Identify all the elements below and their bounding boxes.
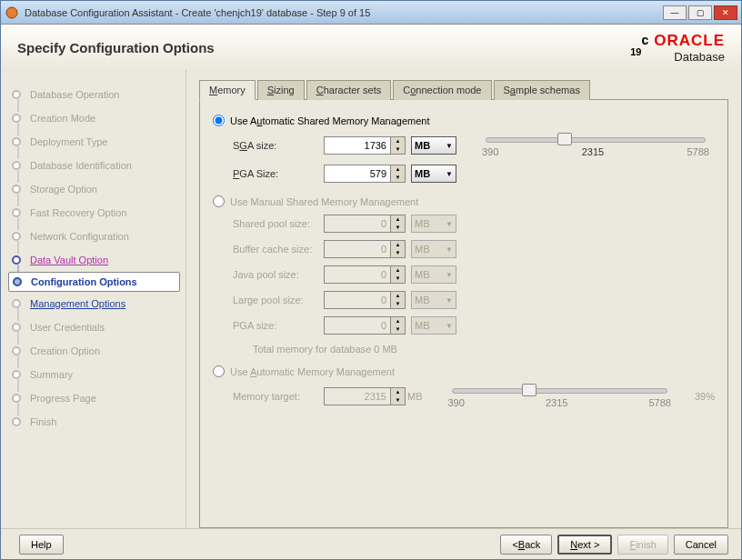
memory-slider[interactable]: [486, 137, 706, 143]
panel-memory: Use Automatic Shared Memory Management S…: [199, 99, 728, 528]
radio-auto-shared-label: Use Automatic Shared Memory Management: [230, 115, 430, 126]
step-database-operation[interactable]: Database Operation: [30, 89, 119, 100]
step-data-vault[interactable]: Data Vault Option: [30, 255, 108, 265]
step-deployment-type[interactable]: Deployment Type: [30, 136, 107, 147]
header: Specify Configuration Options 19c ORACLE…: [1, 25, 741, 70]
bottom-bar: Help < Back Next > Finish Cancel: [1, 528, 741, 559]
step-management-options[interactable]: Management Options: [30, 298, 125, 309]
tabs: Memory Sizing Character sets Connection …: [199, 79, 728, 99]
manual-pga-label: PGA size:: [233, 320, 324, 331]
total-memory-text: Total memory for database 0 MB: [253, 344, 715, 355]
memory-target-label: Memory target:: [233, 391, 324, 402]
buffer-cache-spinner: ▲▼: [324, 240, 406, 258]
back-button[interactable]: < Back: [500, 535, 552, 555]
page-title: Specify Configuration Options: [17, 40, 630, 55]
step-database-identification[interactable]: Database Identification: [30, 160, 132, 171]
tab-sample-schemas[interactable]: Sample schemas: [494, 80, 590, 100]
shared-pool-spinner: ▲▼: [324, 215, 406, 233]
java-pool-label: Java pool size:: [233, 269, 324, 280]
radio-auto-memory-label: Use Automatic Memory Management: [230, 366, 395, 377]
radio-auto-memory[interactable]: [213, 365, 225, 377]
step-finish: Finish: [30, 416, 56, 427]
memory-target-spinner: ▲▼: [324, 387, 406, 405]
step-creation-mode[interactable]: Creation Mode: [30, 113, 95, 124]
shared-pool-unit: MB▼: [411, 215, 456, 233]
wizard-steps: Database Operation Creation Mode Deploym…: [1, 70, 186, 528]
minimize-button[interactable]: —: [663, 5, 687, 20]
buffer-cache-label: Buffer cache size:: [233, 244, 324, 255]
maximize-button[interactable]: ▢: [688, 5, 712, 20]
chevron-down-icon: ▼: [446, 142, 453, 150]
auto-memory-slider: [452, 388, 667, 394]
pga-unit-combo[interactable]: MB▼: [411, 165, 456, 183]
step-user-credentials: User Credentials: [30, 322, 105, 333]
step-network-config[interactable]: Network Configuration: [30, 231, 129, 242]
tab-sizing[interactable]: Sizing: [257, 80, 305, 100]
radio-manual-shared-label: Use Manual Shared Memory Management: [230, 196, 418, 207]
sga-unit-combo[interactable]: MB▼: [411, 136, 456, 155]
tab-character-sets[interactable]: Character sets: [306, 80, 392, 100]
svg-point-0: [6, 7, 17, 18]
step-configuration-options[interactable]: Configuration Options: [31, 276, 137, 287]
window-title: Database Configuration Assistant - Creat…: [25, 7, 663, 18]
window: Database Configuration Assistant - Creat…: [0, 0, 742, 560]
step-progress: Progress Page: [30, 393, 96, 404]
manual-pga-spinner: ▲▼: [324, 316, 406, 335]
tab-memory[interactable]: Memory: [199, 80, 256, 100]
step-summary: Summary: [30, 369, 73, 380]
java-pool-spinner: ▲▼: [324, 265, 406, 284]
close-button[interactable]: ✕: [714, 5, 737, 20]
spinner-arrows-icon[interactable]: ▲▼: [390, 137, 405, 154]
large-pool-spinner: ▲▼: [324, 291, 406, 309]
oracle-logo: 19c ORACLE Database: [630, 32, 725, 64]
finish-button: Finish: [617, 535, 667, 555]
help-button[interactable]: Help: [19, 535, 64, 555]
titlebar: Database Configuration Assistant - Creat…: [1, 1, 741, 25]
memory-percent: 39%: [695, 391, 715, 402]
step-storage-option[interactable]: Storage Option: [30, 184, 97, 195]
app-icon: [5, 5, 19, 20]
step-creation-option: Creation Option: [30, 345, 100, 356]
radio-manual-shared[interactable]: [213, 195, 225, 207]
sga-spinner[interactable]: ▲▼: [324, 136, 406, 155]
radio-auto-shared[interactable]: [213, 115, 225, 126]
sga-label: SGA size:: [233, 140, 324, 151]
tab-connection-mode[interactable]: Connection mode: [393, 80, 491, 100]
slider-thumb-icon[interactable]: [557, 133, 572, 145]
large-pool-label: Large pool size:: [233, 295, 324, 305]
shared-pool-label: Shared pool size:: [233, 218, 324, 229]
cancel-button[interactable]: Cancel: [674, 535, 728, 555]
step-fast-recovery[interactable]: Fast Recovery Option: [30, 207, 126, 218]
next-button[interactable]: Next >: [557, 535, 612, 555]
pga-label: PGA Size:: [233, 168, 324, 179]
pga-spinner[interactable]: ▲▼: [324, 165, 406, 183]
